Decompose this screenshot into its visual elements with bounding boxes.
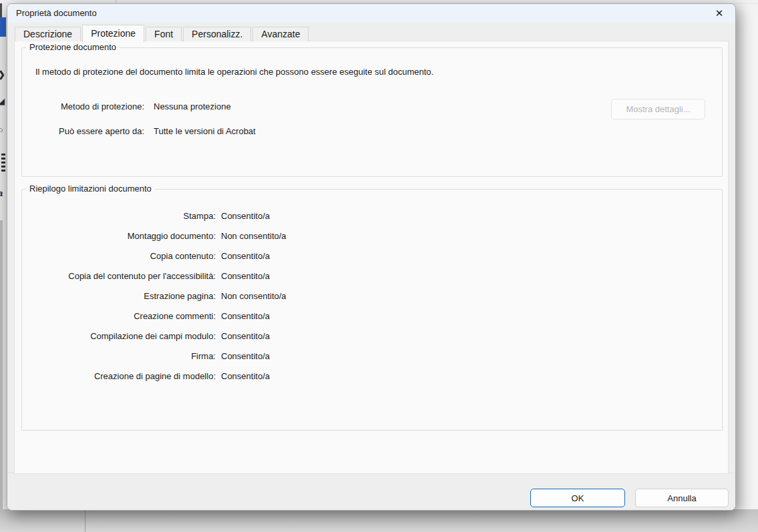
ok-button[interactable]: OK	[530, 489, 625, 507]
screen: ❯ ◢ ○ a Proprietà documento ✕ Descrizion…	[0, 0, 758, 532]
document-properties-dialog: Proprietà documento ✕ Descrizione Protez…	[7, 3, 736, 511]
close-icon: ✕	[715, 7, 724, 19]
restriction-row-copia-accessibilita: Copia del contenuto per l'accessibilità:…	[22, 266, 722, 286]
restrictions-group-title: Riepilogo limitazioni documento	[26, 184, 155, 194]
cancel-button[interactable]: Annulla	[635, 489, 729, 507]
background-document-area	[0, 509, 758, 532]
edge-chevron-icon: ❯	[0, 70, 5, 79]
protection-groupbox: Protezione documento Il metodo di protez…	[21, 47, 723, 177]
restriction-value: Non consentito/a	[221, 291, 287, 301]
restriction-label: Estrazione pagina:	[22, 291, 216, 301]
restriction-label: Compilazione dei campi modulo:	[22, 331, 216, 341]
close-button[interactable]: ✕	[709, 5, 730, 21]
restriction-row-commenti: Creazione commenti: Consentito/a	[22, 306, 722, 326]
restriction-label: Creazione di pagine di modello:	[22, 371, 216, 381]
dialog-titlebar[interactable]: Proprietà documento ✕	[7, 4, 735, 23]
restriction-label: Stampa:	[22, 211, 216, 221]
edge-circle-icon: ○	[0, 125, 3, 134]
restrictions-list: Stampa: Consentito/a Montaggio documento…	[22, 206, 722, 386]
restriction-label: Copia del contenuto per l'accessibilità:	[22, 271, 216, 281]
restriction-row-stampa: Stampa: Consentito/a	[22, 206, 722, 226]
protection-method-label: Metodo di protezione:	[22, 101, 144, 111]
restriction-row-pagine-modello: Creazione di pagine di modello: Consenti…	[22, 366, 722, 386]
tab-font[interactable]: Font	[146, 27, 182, 41]
restriction-label: Firma:	[22, 351, 216, 361]
can-be-opened-label: Può essere aperto da:	[22, 126, 144, 136]
restriction-label: Copia contenuto:	[22, 251, 216, 261]
restriction-value: Consentito/a	[221, 211, 270, 221]
protection-group-title: Protezione documento	[26, 42, 120, 52]
restriction-value: Non consentito/a	[221, 231, 287, 241]
tab-protezione[interactable]: Protezione	[82, 25, 144, 42]
restrictions-groupbox: Riepilogo limitazioni documento Stampa: …	[21, 189, 723, 431]
restriction-value: Consentito/a	[221, 371, 270, 381]
restriction-value: Consentito/a	[221, 331, 270, 341]
restriction-value: Consentito/a	[221, 351, 270, 361]
tab-personalizz[interactable]: Personalizz.	[183, 27, 251, 41]
dialog-footer: OK Annulla	[7, 473, 735, 510]
tab-page-protezione: Protezione documento Il metodo di protez…	[14, 41, 729, 474]
tab-avanzate[interactable]: Avanzate	[252, 27, 309, 41]
restriction-label: Creazione commenti:	[22, 311, 216, 321]
restriction-label: Montaggio documento:	[22, 231, 216, 241]
restriction-row-copia-contenuto: Copia contenuto: Consentito/a	[22, 246, 722, 266]
edge-dark-fragment	[0, 3, 2, 17]
show-details-button[interactable]: Mostra dettagli...	[611, 99, 705, 119]
tab-descrizione[interactable]: Descrizione	[15, 27, 81, 41]
protection-method-row: Metodo di protezione: Nessuna protezione	[22, 100, 231, 112]
edge-blue-icon-fragment	[0, 17, 6, 37]
protection-method-value: Nessuna protezione	[154, 101, 231, 111]
edge-scrollbar-fragment[interactable]	[0, 220, 3, 511]
background-page-divider	[85, 509, 85, 532]
restriction-row-firma: Firma: Consentito/a	[22, 346, 722, 366]
restriction-value: Consentito/a	[221, 311, 270, 321]
restriction-row-campi-modulo: Compilazione dei campi modulo: Consentit…	[22, 326, 722, 346]
can-be-opened-row: Può essere aperto da: Tutte le versioni …	[22, 125, 256, 137]
restriction-row-estrazione: Estrazione pagina: Non consentito/a	[22, 286, 722, 306]
restriction-value: Consentito/a	[221, 251, 270, 261]
can-be-opened-value: Tutte le versioni di Acrobat	[154, 126, 256, 136]
background-app-edge: ❯ ◢ ○ a	[0, 3, 7, 511]
edge-dashed-icon	[1, 154, 5, 174]
edge-triangle-icon: ◢	[0, 97, 5, 105]
protection-description: Il metodo di protezione del documento li…	[35, 65, 436, 78]
restriction-value: Consentito/a	[221, 271, 270, 281]
tab-strip: Descrizione Protezione Font Personalizz.…	[15, 25, 310, 41]
dialog-title: Proprietà documento	[16, 8, 97, 18]
restriction-row-montaggio: Montaggio documento: Non consentito/a	[22, 226, 722, 246]
edge-glyph-icon: a	[0, 189, 3, 198]
